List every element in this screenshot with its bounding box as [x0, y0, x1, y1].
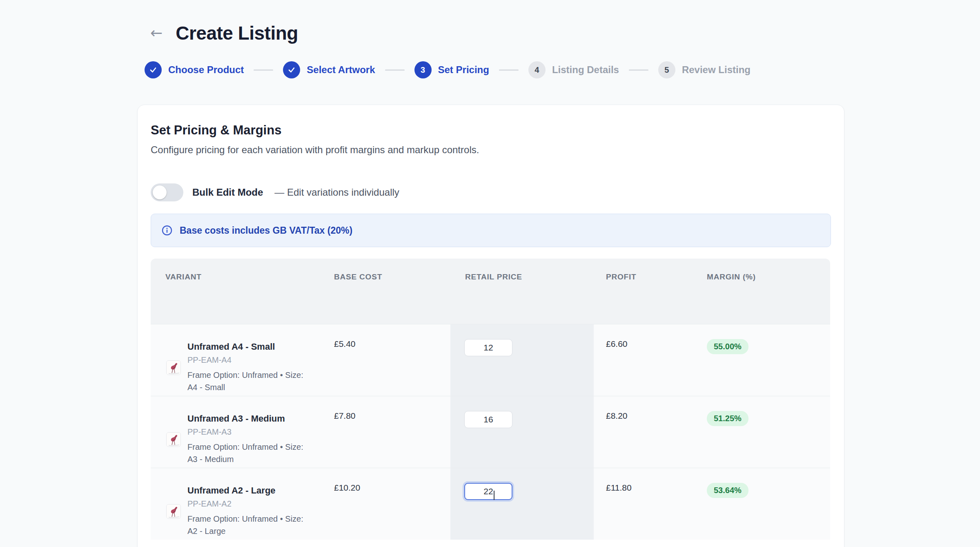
step-connector — [629, 69, 648, 71]
profit-value: £11.80 — [594, 468, 707, 540]
table-row: Unframed A4 - Small PP-EAM-A4 Frame Opti… — [151, 324, 830, 396]
table-row: Unframed A2 - Large PP-EAM-A2 Frame Opti… — [151, 468, 830, 540]
variant-sku: PP-EAM-A3 — [187, 427, 310, 437]
col-header-base-cost: BASE COST — [334, 259, 450, 324]
step-2-circle — [283, 61, 300, 78]
col-header-retail-price: RETAIL PRICE — [450, 259, 594, 324]
pricing-table: VARIANT BASE COST RETAIL PRICE PROFIT MA… — [151, 259, 830, 540]
toggle-knob — [153, 185, 167, 199]
retail-price-input[interactable] — [464, 339, 512, 356]
table-header: VARIANT BASE COST RETAIL PRICE PROFIT MA… — [151, 259, 830, 324]
variant-description: Frame Option: Unframed • Size: A2 - Larg… — [187, 513, 310, 537]
base-cost-value: £7.80 — [334, 396, 450, 468]
step-2-label: Select Artwork — [307, 64, 375, 76]
bulk-edit-hint: — Edit variations individually — [274, 187, 399, 198]
step-3-circle: 3 — [414, 61, 432, 78]
margin-badge: 53.64% — [707, 483, 748, 498]
step-4-label: Listing Details — [552, 64, 619, 76]
variant-name: Unframed A3 - Medium — [187, 413, 310, 424]
variant-description: Frame Option: Unframed • Size: A4 - Smal… — [187, 369, 310, 393]
step-listing-details[interactable]: 4 Listing Details — [528, 61, 619, 78]
step-select-artwork[interactable]: Select Artwork — [283, 61, 375, 78]
card-title: Set Pricing & Margins — [151, 123, 831, 138]
step-connector — [499, 69, 519, 71]
step-connector — [385, 69, 405, 71]
step-5-circle: 5 — [658, 61, 675, 78]
card-subtitle: Configure pricing for each variation wit… — [151, 144, 831, 156]
step-choose-product[interactable]: Choose Product — [145, 61, 244, 78]
col-header-margin: MARGIN (%) — [707, 259, 830, 324]
variant-name: Unframed A2 - Large — [187, 485, 310, 496]
base-cost-value: £10.20 — [334, 468, 450, 540]
artwork-thumbnail — [166, 360, 181, 375]
step-review-listing[interactable]: 5 Review Listing — [658, 61, 751, 78]
info-icon — [162, 225, 172, 236]
bulk-edit-toggle[interactable] — [151, 183, 183, 201]
bulk-edit-row: Bulk Edit Mode — Edit variations individ… — [151, 183, 831, 201]
base-cost-value: £5.40 — [334, 324, 450, 396]
step-4-circle: 4 — [528, 61, 546, 78]
left-arrow-icon: ← — [150, 25, 163, 41]
bulk-edit-label: Bulk Edit Mode — [192, 187, 263, 198]
page-header: ← Create Listing — [149, 0, 844, 44]
text-caret — [494, 491, 494, 500]
variant-name: Unframed A4 - Small — [187, 342, 310, 352]
step-connector — [254, 69, 273, 71]
vat-info-text: Base costs includes GB VAT/Tax (20%) — [180, 225, 352, 236]
variant-sku: PP-EAM-A4 — [187, 355, 310, 365]
table-row: Unframed A3 - Medium PP-EAM-A3 Frame Opt… — [151, 396, 830, 468]
step-1-circle — [145, 61, 162, 78]
col-header-variant: VARIANT — [151, 259, 334, 324]
retail-price-input-wrap — [464, 415, 512, 424]
vat-info-banner: Base costs includes GB VAT/Tax (20%) — [151, 214, 831, 247]
margin-badge: 55.00% — [707, 339, 748, 354]
page-title: Create Listing — [176, 22, 298, 44]
step-5-label: Review Listing — [682, 64, 751, 76]
profit-value: £8.20 — [594, 396, 707, 468]
stepper: Choose Product Select Artwork 3 Set Pric… — [145, 61, 844, 78]
col-header-profit: PROFIT — [594, 259, 707, 324]
retail-price-input-focused[interactable] — [464, 483, 512, 500]
variant-description: Frame Option: Unframed • Size: A3 - Medi… — [187, 441, 310, 465]
retail-price-input-wrap — [464, 343, 512, 352]
retail-price-input[interactable] — [464, 411, 512, 428]
variant-sku: PP-EAM-A2 — [187, 499, 310, 509]
profit-value: £6.60 — [594, 324, 707, 396]
retail-price-input-wrap — [464, 487, 512, 496]
step-3-label: Set Pricing — [438, 64, 489, 76]
check-icon — [287, 66, 296, 74]
pricing-card: Set Pricing & Margins Configure pricing … — [137, 105, 844, 547]
artwork-thumbnail — [166, 432, 181, 447]
back-button[interactable]: ← — [149, 24, 164, 42]
step-set-pricing[interactable]: 3 Set Pricing — [414, 61, 489, 78]
artwork-thumbnail — [166, 504, 181, 519]
step-1-label: Choose Product — [168, 64, 244, 76]
check-icon — [149, 66, 157, 74]
margin-badge: 51.25% — [707, 411, 748, 426]
